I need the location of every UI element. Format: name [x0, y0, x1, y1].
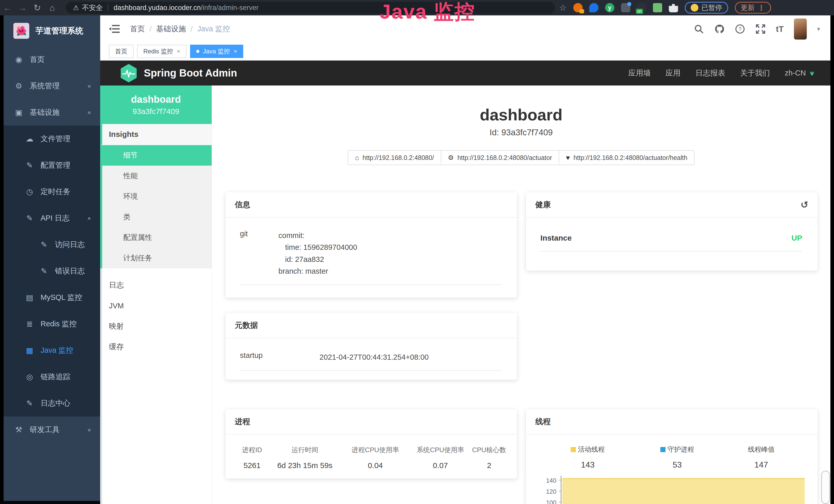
- forward-icon[interactable]: →: [15, 3, 30, 13]
- sba-item-mappings[interactable]: 映射: [102, 316, 212, 337]
- sba-item-logs[interactable]: 日志: [102, 275, 212, 296]
- y-axis-tick: 140: [536, 477, 556, 484]
- help-icon[interactable]: ?: [735, 24, 745, 34]
- sba-item-config-props[interactable]: 配置属性: [100, 227, 212, 248]
- endpoint-health-button[interactable]: ♥ http://192.168.0.2:48080/actuator/heal…: [559, 150, 695, 165]
- tab-redis-monitor[interactable]: Redis 监控×: [137, 45, 186, 58]
- instance-name: dashboard: [100, 94, 212, 105]
- main-column: 首页 / 基础设施 / Java 监控 ?: [100, 16, 830, 504]
- tab-java-monitor[interactable]: Java 监控×: [190, 45, 243, 58]
- sba-link-journal[interactable]: 日志报表: [695, 68, 725, 78]
- breadcrumb-section[interactable]: 基础设施: [156, 24, 186, 34]
- warning-icon: ⚠: [73, 4, 79, 12]
- search-icon[interactable]: [694, 24, 704, 34]
- bookmark-star-icon[interactable]: ☆: [559, 3, 567, 13]
- edit-icon: ✎: [25, 214, 34, 223]
- extension-grid-icon[interactable]: [621, 3, 630, 12]
- sidebar-item-java-monitor[interactable]: ▦Java 监控: [4, 337, 100, 364]
- thread-stat-live: 活动线程 143: [536, 445, 639, 469]
- sidebar-item-log-center[interactable]: ✎日志中心: [4, 390, 100, 416]
- sba-item-details[interactable]: 细节: [100, 145, 212, 166]
- y-axis-tick: 100: [536, 499, 556, 504]
- sba-item-environment[interactable]: 环境: [100, 186, 212, 207]
- menu-dots-icon[interactable]: ⋮: [758, 4, 765, 12]
- sba-item-metrics[interactable]: 性能: [100, 166, 212, 186]
- sidebar-item-jobs[interactable]: ◷定时任务: [4, 179, 100, 205]
- chevron-down-icon: ∨: [87, 427, 91, 432]
- github-icon[interactable]: [714, 24, 725, 34]
- instance-id: 93a3fc7f7409: [100, 107, 212, 116]
- breadcrumb-home[interactable]: 首页: [130, 24, 145, 34]
- page-title: dashboard: [212, 106, 830, 124]
- app-logo-row[interactable]: 🌺 芋道管理系统: [4, 16, 100, 46]
- extension-y-icon[interactable]: y: [605, 3, 614, 12]
- font-size-icon[interactable]: tT: [776, 24, 784, 34]
- sidebar-item-config[interactable]: ✎配置管理: [4, 152, 100, 179]
- tab-home[interactable]: 首页: [109, 45, 134, 58]
- home-icon[interactable]: ⌂: [45, 3, 60, 13]
- extension-green-icon[interactable]: [653, 3, 662, 12]
- sba-link-about[interactable]: 关于我们: [740, 68, 770, 78]
- sidebar-item-error-log[interactable]: ✎错误日志: [4, 258, 100, 284]
- edit-icon: ✎: [25, 399, 34, 408]
- sidebar-item-system[interactable]: ⚙系统管理∨: [4, 73, 100, 99]
- close-icon[interactable]: ×: [177, 48, 180, 55]
- scrollbar-thumb[interactable]: [821, 471, 830, 504]
- metadata-startup-value: 2021-04-27T00:44:31.254+08:00: [320, 351, 429, 363]
- endpoint-actuator-button[interactable]: ⚙ http://192.168.0.2:48080/actuator: [441, 150, 559, 165]
- sidebar-item-dev-tools[interactable]: ⚒研发工具∨: [4, 416, 100, 443]
- sidebar-item-api-log[interactable]: ✎API 日志∧: [4, 205, 100, 231]
- address-bar[interactable]: ⚠ 不安全 dashboard.yudao.iocoder.cn/infra/a…: [66, 2, 555, 14]
- sidebar-item-access-log[interactable]: ✎访问日志: [4, 231, 100, 258]
- fullscreen-icon[interactable]: [755, 24, 766, 34]
- cloud-icon: ☁: [25, 134, 34, 143]
- health-card: 健康 ↺ Instance UP: [526, 192, 817, 271]
- database-icon: ▤: [25, 293, 34, 302]
- sba-brand[interactable]: Spring Boot Admin: [144, 67, 237, 79]
- extension-pin-icon[interactable]: [589, 3, 598, 12]
- active-dot-icon: [196, 50, 199, 53]
- sba-item-classes[interactable]: 类: [100, 207, 212, 227]
- live-threads-area-series: [562, 478, 805, 504]
- sidebar-item-mysql-monitor[interactable]: ▤MySQL 监控: [4, 284, 100, 311]
- avatar[interactable]: [794, 19, 807, 40]
- user-caret-icon[interactable]: ▾: [817, 25, 820, 32]
- health-instance-row: Instance UP: [541, 234, 802, 252]
- reload-icon[interactable]: ↻: [30, 3, 45, 13]
- sba-link-applications[interactable]: 应用: [665, 68, 680, 78]
- sba-item-jvm[interactable]: JVM: [102, 296, 212, 316]
- sidebar-item-files[interactable]: ☁文件管理: [4, 125, 100, 152]
- close-icon[interactable]: ×: [234, 48, 237, 55]
- endpoint-home-button[interactable]: ⌂ http://192.168.0.2:48080/: [348, 150, 441, 165]
- paused-badge[interactable]: 已暂停: [685, 2, 728, 14]
- sba-navbar: Spring Boot Admin 应用墙 应用 日志报表 关于我们 zh-CN…: [100, 61, 830, 86]
- sidebar-item-tracing[interactable]: ◎链路追踪: [4, 364, 100, 390]
- instance-header[interactable]: dashboard 93a3fc7f7409: [100, 86, 212, 124]
- spring-boot-admin-logo-icon[interactable]: [120, 64, 137, 83]
- sba-item-scheduled-tasks[interactable]: 计划任务: [100, 248, 212, 268]
- extension-on-icon[interactable]: on: [637, 3, 646, 12]
- sidebar-item-redis-monitor[interactable]: ≣Redis 监控: [4, 311, 100, 337]
- sba-content: dashboard Id: 93a3fc7f7409 ⌂ http://192.…: [212, 86, 830, 504]
- health-card-title: 健康: [535, 200, 551, 210]
- sba-item-caches[interactable]: 缓存: [102, 337, 212, 357]
- process-card-title: 进程: [225, 409, 517, 435]
- edit-icon: ✎: [40, 267, 48, 275]
- process-uptime: 6d 23h 15m 59s: [268, 461, 342, 470]
- sidebar-item-home[interactable]: ◉首页: [4, 46, 100, 73]
- back-icon[interactable]: ←: [0, 3, 15, 13]
- paused-label: 已暂停: [701, 3, 722, 12]
- history-icon[interactable]: ↺: [800, 200, 808, 209]
- app-menu: ◉首页 ⚙系统管理∨ ▣基础设施∧ ☁文件管理 ✎配置管理 ◷定时任务 ✎API…: [4, 46, 100, 443]
- sba-sidebar: dashboard 93a3fc7f7409 Insights 细节 性能 环境…: [100, 86, 212, 504]
- security-label[interactable]: 不安全: [82, 3, 103, 12]
- info-git-label: git: [240, 230, 279, 277]
- update-button[interactable]: 更新 ⋮: [735, 2, 771, 14]
- sidebar-item-infrastructure[interactable]: ▣基础设施∧: [4, 99, 100, 125]
- sidebar-collapse-icon[interactable]: [109, 24, 120, 34]
- sba-link-wallboard[interactable]: 应用墙: [628, 68, 651, 78]
- metadata-startup-label: startup: [240, 351, 320, 363]
- locale-select[interactable]: zh-CN ∨: [785, 69, 815, 77]
- extension-icon[interactable]: [573, 3, 583, 12]
- extensions-puzzle-icon[interactable]: [669, 3, 678, 12]
